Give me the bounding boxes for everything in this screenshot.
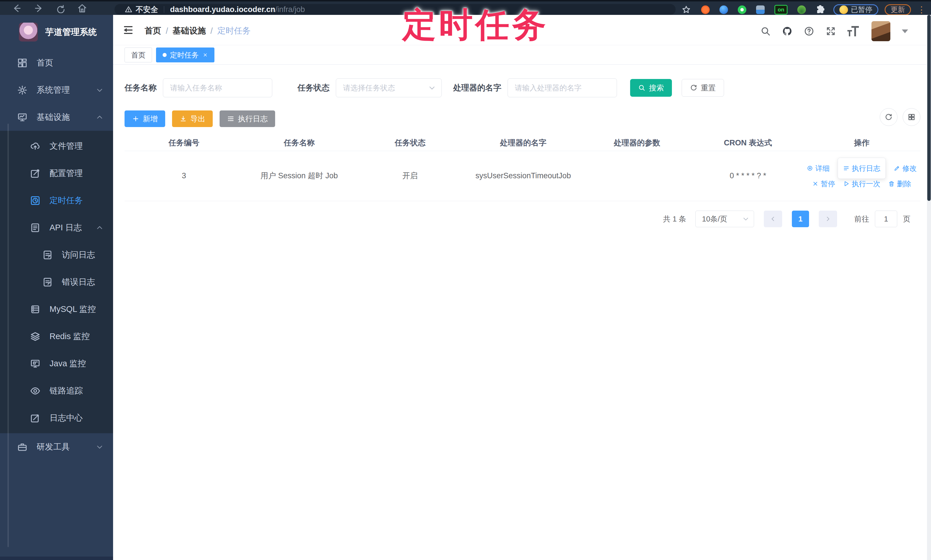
- browser-reload-icon[interactable]: [55, 3, 65, 13]
- github-icon[interactable]: [782, 26, 792, 36]
- search-button[interactable]: 搜索: [630, 79, 672, 97]
- column-settings-button[interactable]: [903, 108, 920, 126]
- browser-back-icon[interactable]: [12, 3, 22, 13]
- browser-extensions-area: on 已暂停 更新 ⋮: [682, 3, 931, 16]
- extension-plant-icon[interactable]: [797, 5, 806, 14]
- reset-button[interactable]: 重置: [682, 79, 724, 97]
- tab-label: 定时任务: [170, 50, 199, 60]
- export-button[interactable]: 导出: [172, 111, 213, 127]
- refresh-table-button[interactable]: [880, 108, 897, 126]
- action-detail[interactable]: 详细: [807, 163, 830, 174]
- extension-icon[interactable]: [701, 5, 710, 14]
- exec-log-button[interactable]: 执行日志: [220, 111, 275, 127]
- plus-icon: [132, 115, 139, 123]
- extension-icon[interactable]: [738, 5, 746, 14]
- sidebar-item-access-log[interactable]: 访问日志: [0, 241, 113, 268]
- sidebar-item-mysql-monitor[interactable]: MySQL 监控: [0, 295, 113, 323]
- sidebar-collapse-icon[interactable]: [122, 24, 134, 36]
- app-logo: [19, 23, 38, 42]
- sidebar-item-error-log[interactable]: 错误日志: [0, 268, 113, 295]
- breadcrumb-infra[interactable]: 基础设施: [173, 25, 206, 37]
- pagination: 共 1 条 10条/页 1 前往 页: [663, 211, 910, 227]
- action-run-once[interactable]: 执行一次: [843, 178, 880, 189]
- sidebar-item-config-manage[interactable]: 配置管理: [0, 160, 113, 187]
- cell-handler-param: [581, 173, 693, 179]
- sidebar-item-java-monitor[interactable]: Java 监控: [0, 350, 113, 377]
- app-logo-row[interactable]: 芋道管理系统: [0, 15, 113, 49]
- extension-icon[interactable]: [720, 5, 728, 14]
- sidebar-item-infra[interactable]: 基础设施: [0, 104, 113, 131]
- next-page-button[interactable]: [819, 211, 837, 227]
- chevron-left-icon: [770, 216, 776, 222]
- goto-label: 前往: [854, 214, 869, 224]
- extension-icon[interactable]: [756, 5, 765, 14]
- security-label: 不安全: [136, 5, 158, 15]
- tab-scheduled-jobs[interactable]: 定时任务: [156, 48, 214, 62]
- action-pause[interactable]: 暂停: [812, 178, 835, 189]
- document-icon: [42, 250, 53, 260]
- search-button-label: 搜索: [649, 83, 664, 93]
- sidebar-item-label: 首页: [37, 57, 53, 69]
- close-icon[interactable]: [203, 52, 208, 57]
- add-button[interactable]: 新增: [125, 111, 165, 127]
- user-menu-caret-icon[interactable]: [902, 29, 908, 33]
- browser-home-icon[interactable]: [77, 3, 87, 13]
- bookmark-star-icon[interactable]: [682, 5, 691, 14]
- job-name-input[interactable]: [163, 78, 272, 97]
- cell-actions: 详细 执行日志 修改: [803, 160, 920, 192]
- sidebar-item-label: 研发工具: [37, 441, 70, 453]
- extension-on-badge[interactable]: on: [774, 5, 788, 15]
- sidebar-item-api-log[interactable]: API 日志: [0, 214, 113, 241]
- refresh-icon: [885, 113, 892, 121]
- goto-page-input[interactable]: [875, 211, 897, 227]
- page-number-1[interactable]: 1: [792, 211, 809, 227]
- sidebar-item-system[interactable]: 系统管理: [0, 76, 113, 104]
- sidebar-item-dev-tools[interactable]: 研发工具: [0, 433, 113, 460]
- action-exec-log[interactable]: 执行日志: [843, 163, 880, 174]
- sidebar-item-redis-monitor[interactable]: Redis 监控: [0, 323, 113, 350]
- search-icon: [638, 84, 646, 92]
- action-delete[interactable]: 删除: [888, 178, 911, 189]
- profile-paused-chip[interactable]: 已暂停: [833, 4, 878, 15]
- page-scrollbar-thumb[interactable]: [927, 15, 931, 201]
- address-bar[interactable]: 不安全 dashboard.yudao.iocoder.cn /infra/jo…: [114, 4, 676, 15]
- page-scrollbar-track[interactable]: [927, 15, 931, 560]
- sidebar-item-scheduled-jobs[interactable]: 定时任务: [0, 187, 113, 214]
- handler-name-input[interactable]: [507, 78, 617, 97]
- browser-menu-kebab-icon[interactable]: ⋮: [917, 5, 926, 15]
- app-title: 芋道管理系统: [45, 26, 97, 38]
- breadcrumb: 首页 / 基础设施 / 定时任务: [145, 25, 251, 37]
- user-avatar[interactable]: [871, 21, 890, 41]
- sidebar-item-home[interactable]: 首页: [0, 49, 113, 76]
- font-size-icon[interactable]: [848, 26, 860, 36]
- page-size-select[interactable]: 10条/页: [695, 211, 754, 227]
- browser-forward-icon[interactable]: [34, 3, 43, 13]
- sidebar-item-label: 系统管理: [37, 85, 70, 96]
- action-edit[interactable]: 修改: [894, 163, 917, 174]
- profile-avatar-emoji: [839, 5, 848, 14]
- sidebar-item-label: 链路追踪: [49, 385, 83, 397]
- play-icon: [843, 180, 849, 187]
- java-monitor-icon: [30, 358, 40, 369]
- chevron-up-icon: [96, 114, 103, 121]
- action-exec-log-hover: 执行日志: [838, 158, 886, 179]
- job-status-select[interactable]: 请选择任务状态: [336, 78, 442, 97]
- search-icon[interactable]: [760, 26, 771, 36]
- prev-page-button[interactable]: [764, 211, 782, 227]
- fullscreen-icon[interactable]: [826, 26, 836, 36]
- help-icon[interactable]: [804, 26, 814, 36]
- tab-home[interactable]: 首页: [125, 48, 152, 62]
- chrome-update-button[interactable]: 更新: [885, 4, 911, 15]
- col-job-status: 任务状态: [355, 138, 465, 148]
- breadcrumb-separator: /: [210, 26, 213, 36]
- breadcrumb-home[interactable]: 首页: [145, 25, 161, 37]
- extensions-puzzle-icon[interactable]: [815, 5, 825, 14]
- col-job-name: 任务名称: [244, 138, 355, 148]
- sidebar-item-label: Java 监控: [49, 358, 86, 369]
- cloud-upload-icon: [30, 141, 40, 151]
- breadcrumb-separator: /: [166, 26, 168, 36]
- sidebar-item-file-manage[interactable]: 文件管理: [0, 132, 113, 160]
- sidebar-item-log-center[interactable]: 日志中心: [0, 404, 113, 432]
- sidebar-item-tracing[interactable]: 链路追踪: [0, 377, 113, 404]
- exec-log-button-label: 执行日志: [238, 114, 268, 124]
